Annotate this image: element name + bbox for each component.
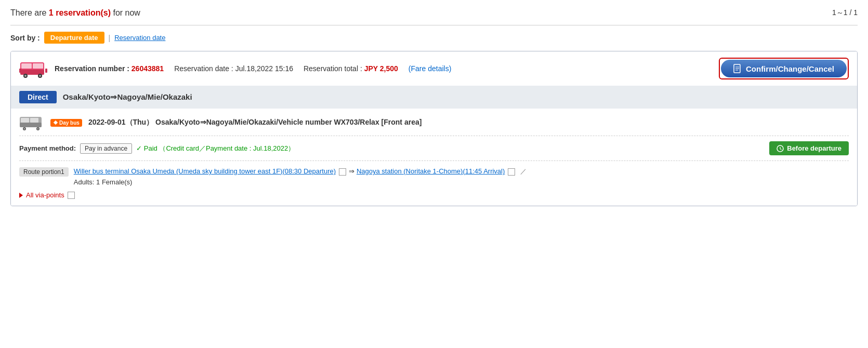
header-title: There are 1 reservation(s) for now <box>10 8 140 18</box>
clock-icon <box>777 145 784 152</box>
reservation-number-label: Reservation number : 26043881 <box>55 64 164 73</box>
route-portion-row: Route portion1 Willer bus terminal Osaka… <box>19 166 849 188</box>
arrival-link[interactable]: Nagoya station (Noritake 1-Chome)(11:45 … <box>357 167 505 175</box>
via-points-link[interactable]: All via-points <box>19 191 76 199</box>
trip-detail: Day bus 2022-09-01（Thu） Osaka/Kyoto⇒Nago… <box>11 109 857 206</box>
card-header-actions: Confirm/Change/Cancel <box>719 58 849 79</box>
reservation-total-value: JPY 2,500 <box>364 64 398 73</box>
svg-line-30 <box>780 149 782 150</box>
route-portion-label: Route portion1 <box>19 167 69 177</box>
sort-departure-date-button[interactable]: Departure date <box>44 32 104 44</box>
trip-bus-icon <box>19 115 44 130</box>
svg-rect-10 <box>45 69 47 73</box>
page-header: There are 1 reservation(s) for now 1～1 /… <box>10 8 858 18</box>
header-divider <box>10 25 858 25</box>
departure-link[interactable]: Willer bus terminal Osaka Umeda (Umeda s… <box>74 167 336 175</box>
reservation-card: Reservation number : 26043881 Reservatio… <box>10 51 858 206</box>
route-section: Direct Osaka/Kyoto⇒Nagoya/Mie/Okazaki <box>11 86 857 109</box>
copy-icon-departure[interactable] <box>339 168 346 176</box>
reservation-total-label: Reservation total : JPY 2,500 <box>304 64 398 73</box>
document-icon <box>733 64 742 73</box>
card-header-info: Reservation number : 26043881 Reservatio… <box>55 64 712 73</box>
route-description: Osaka/Kyoto⇒Nagoya/Mie/Okazaki <box>63 92 192 102</box>
reservation-count: 1 reservation(s) <box>49 8 111 17</box>
trip-info-text: 2022-09-01（Thu） Osaka/Kyoto⇒Nagoya/Mie/O… <box>88 118 849 127</box>
route-portion-content: Willer bus terminal Osaka Umeda (Umeda s… <box>74 166 527 188</box>
svg-rect-9 <box>19 69 21 73</box>
svg-point-23 <box>54 121 57 124</box>
payment-label: Payment method: <box>19 144 76 152</box>
svg-rect-17 <box>30 118 38 123</box>
svg-rect-16 <box>21 118 29 123</box>
svg-rect-18 <box>20 123 42 127</box>
via-points-row: All via-points <box>19 191 849 199</box>
pay-advance-badge: Pay in advance <box>80 143 132 154</box>
route-arrow: ⇒ <box>349 167 354 175</box>
copy-icon-via[interactable] <box>68 192 75 199</box>
triangle-icon <box>19 193 23 198</box>
bus-icon <box>19 59 47 78</box>
adults-text: Adults: 1 Female(s) <box>74 178 133 186</box>
svg-point-6 <box>24 75 27 77</box>
fare-details-link[interactable]: (Fare details) <box>409 64 451 73</box>
before-departure-button[interactable]: Before departure <box>769 141 849 155</box>
header-prefix: There are <box>10 8 49 17</box>
confirm-button-wrapper: Confirm/Change/Cancel <box>719 58 849 79</box>
card-header: Reservation number : 26043881 Reservatio… <box>11 51 857 86</box>
payment-row: Payment method: Pay in advance ✓ Paid （C… <box>19 141 849 161</box>
svg-point-8 <box>39 75 41 77</box>
direct-badge: Direct <box>19 91 57 103</box>
reservation-date: Reservation date : Jul.18,2022 15:16 <box>174 64 293 73</box>
svg-rect-2 <box>21 63 32 69</box>
svg-point-20 <box>24 128 25 130</box>
copy-icon-arrival[interactable] <box>508 168 515 176</box>
svg-rect-3 <box>33 63 43 69</box>
confirm-change-cancel-button[interactable]: Confirm/Change/Cancel <box>721 60 847 77</box>
trip-row: Day bus 2022-09-01（Thu） Osaka/Kyoto⇒Nago… <box>19 115 849 136</box>
sort-bar: Sort by : Departure date | Reservation d… <box>10 32 858 44</box>
sort-divider: | <box>109 34 111 42</box>
pagination-info: 1～1 / 1 <box>832 8 858 18</box>
header-suffix: for now <box>111 8 140 17</box>
svg-point-22 <box>37 128 39 130</box>
sun-icon <box>53 120 58 125</box>
sort-label: Sort by : <box>10 34 40 42</box>
edit-icon[interactable]: ／ <box>520 167 527 177</box>
daybus-badge: Day bus <box>50 119 82 127</box>
reservation-number-value: 26043881 <box>131 64 164 73</box>
paid-status: ✓ Paid （Credit card／Payment date : Jul.1… <box>136 144 765 153</box>
sort-reservation-date-button[interactable]: Reservation date <box>114 34 165 42</box>
